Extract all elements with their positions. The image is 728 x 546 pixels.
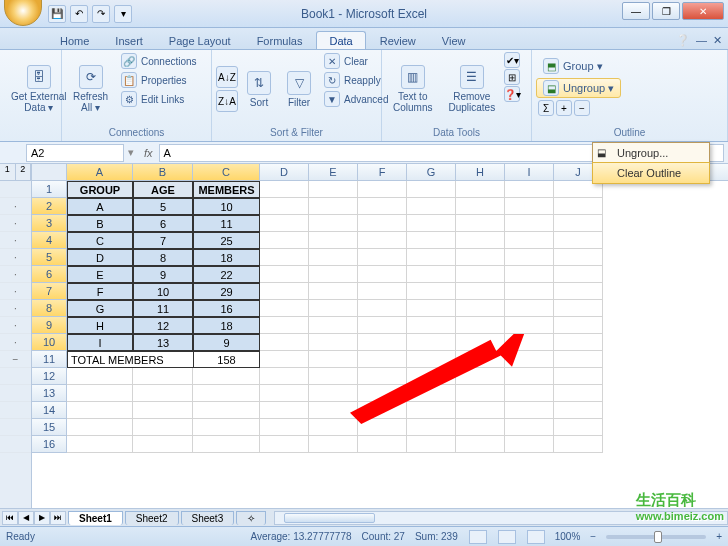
cell-I1[interactable] [505,181,554,198]
column-header-C[interactable]: C [193,164,260,180]
cell-C8[interactable]: 16 [193,300,260,317]
cell-I3[interactable] [505,215,554,232]
cell-C5[interactable]: 18 [193,249,260,266]
clear-outline-menu-item[interactable]: Clear Outline [592,162,710,184]
cell-I10[interactable] [505,334,554,351]
cell-E4[interactable] [309,232,358,249]
zoom-slider[interactable] [606,535,706,539]
page-break-view-button[interactable] [527,530,545,544]
cell-G9[interactable] [407,317,456,334]
cell-I6[interactable] [505,266,554,283]
cell-F5[interactable] [358,249,407,266]
text-to-columns-button[interactable]: ▥Text to Columns [386,52,439,126]
row-header-8[interactable]: 8 [32,300,67,317]
cell-D12[interactable] [260,368,309,385]
cell-H13[interactable] [456,385,505,402]
undo-icon[interactable]: ↶ [70,5,88,23]
cell-A2[interactable]: A [67,198,133,215]
cell-F6[interactable] [358,266,407,283]
cell-D4[interactable] [260,232,309,249]
cell-E6[interactable] [309,266,358,283]
tab-home[interactable]: Home [48,32,101,49]
cell-F3[interactable] [358,215,407,232]
cell-G13[interactable] [407,385,456,402]
cell-J15[interactable] [554,419,603,436]
tab-nav-next[interactable]: ▶ [34,511,50,525]
cell-B13[interactable] [133,385,193,402]
cell-D5[interactable] [260,249,309,266]
ungroup-menu-item[interactable]: ⬓Ungroup... [593,143,709,163]
cell-A11[interactable]: TOTAL MEMBERS [67,351,193,368]
cell-F10[interactable] [358,334,407,351]
cell-J11[interactable] [554,351,603,368]
cell-J6[interactable] [554,266,603,283]
cell-A4[interactable]: C [67,232,133,249]
tab-insert[interactable]: Insert [103,32,155,49]
row-header-16[interactable]: 16 [32,436,67,453]
cell-C3[interactable]: 11 [193,215,260,232]
cell-A8[interactable]: G [67,300,133,317]
outline-row-11[interactable]: − [0,351,31,368]
cell-B9[interactable]: 12 [133,317,193,334]
properties-button[interactable]: 📋Properties [117,71,201,89]
cell-I2[interactable] [505,198,554,215]
outline-row-10[interactable]: · [0,334,31,351]
cell-H11[interactable] [456,351,505,368]
cell-J12[interactable] [554,368,603,385]
cell-B10[interactable]: 13 [133,334,193,351]
connections-button[interactable]: 🔗Connections [117,52,201,70]
cell-E10[interactable] [309,334,358,351]
cell-J2[interactable] [554,198,603,215]
scrollbar-thumb[interactable] [284,513,374,523]
cell-E9[interactable] [309,317,358,334]
cell-J7[interactable] [554,283,603,300]
outline-row-7[interactable]: · [0,283,31,300]
cell-E8[interactable] [309,300,358,317]
hide-detail-icon[interactable]: − [574,100,590,116]
cell-G10[interactable] [407,334,456,351]
cell-I14[interactable] [505,402,554,419]
cell-C14[interactable] [193,402,260,419]
cell-C2[interactable]: 10 [193,198,260,215]
cell-B1[interactable]: AGE [133,181,193,198]
cell-D3[interactable] [260,215,309,232]
cell-G8[interactable] [407,300,456,317]
cell-H6[interactable] [456,266,505,283]
cell-H4[interactable] [456,232,505,249]
row-header-14[interactable]: 14 [32,402,67,419]
row-header-15[interactable]: 15 [32,419,67,436]
cell-G7[interactable] [407,283,456,300]
cell-E3[interactable] [309,215,358,232]
zoom-out-icon[interactable]: − [590,531,596,542]
close-button[interactable]: ✕ [682,2,724,20]
row-header-4[interactable]: 4 [32,232,67,249]
row-header-5[interactable]: 5 [32,249,67,266]
edit-links-button[interactable]: ⚙Edit Links [117,90,201,108]
cell-I16[interactable] [505,436,554,453]
cell-I13[interactable] [505,385,554,402]
remove-duplicates-button[interactable]: ☰Remove Duplicates [441,52,502,126]
cell-F16[interactable] [358,436,407,453]
cell-I12[interactable] [505,368,554,385]
tab-data[interactable]: Data [316,31,365,49]
tab-review[interactable]: Review [368,32,428,49]
tab-nav-first[interactable]: ⏮ [2,511,18,525]
cell-D15[interactable] [260,419,309,436]
sort-button[interactable]: ⇅Sort [240,52,278,126]
tab-view[interactable]: View [430,32,478,49]
cell-B5[interactable]: 8 [133,249,193,266]
cell-A5[interactable]: D [67,249,133,266]
cell-D7[interactable] [260,283,309,300]
cell-A12[interactable] [67,368,133,385]
cell-J4[interactable] [554,232,603,249]
minimize-ribbon-icon[interactable]: — [696,34,707,47]
cell-E7[interactable] [309,283,358,300]
whatif-icon[interactable]: ❓▾ [504,86,520,102]
cell-F9[interactable] [358,317,407,334]
outline-row-3[interactable]: · [0,215,31,232]
cell-F7[interactable] [358,283,407,300]
cell-J3[interactable] [554,215,603,232]
cell-J16[interactable] [554,436,603,453]
data-validation-icon[interactable]: ✔▾ [504,52,520,68]
column-header-H[interactable]: H [456,164,505,180]
